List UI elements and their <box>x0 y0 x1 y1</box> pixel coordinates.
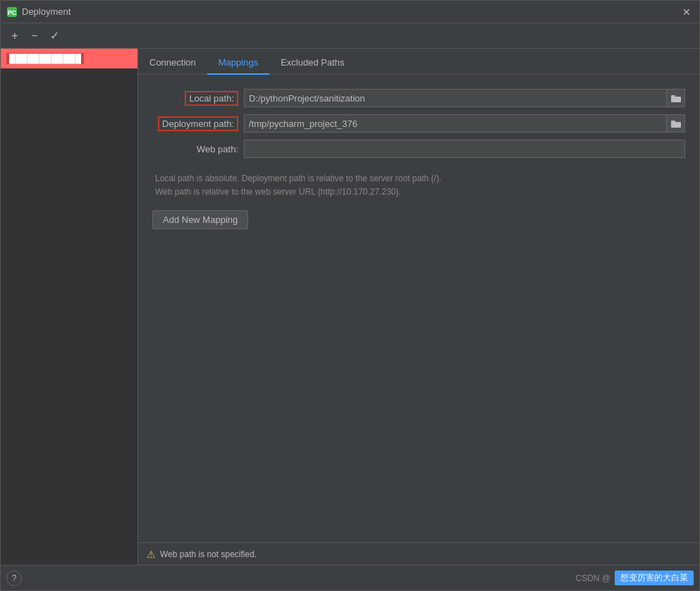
form-area: Local path: D <box>138 75 699 542</box>
hint-text: Local path is absolute. Deployment path … <box>152 172 685 199</box>
app-icon: PC <box>6 6 18 18</box>
web-path-input[interactable] <box>244 140 685 158</box>
hint-line-1: Local path is absolute. Deployment path … <box>155 172 685 185</box>
deployment-path-label-wrapper: Deployment path: <box>152 116 244 131</box>
svg-rect-3 <box>671 95 675 97</box>
hint-line-2: Web path is relative to the web server U… <box>155 185 685 199</box>
remove-server-button[interactable]: − <box>26 28 43 44</box>
close-button[interactable]: ✕ <box>680 5 694 19</box>
toolbar: + − ✓ <box>1 23 699 49</box>
watermark: CSDN @ 想变厉害的大白菜 <box>575 571 694 585</box>
watermark-csdn: CSDN @ <box>575 573 610 583</box>
svg-text:PC: PC <box>8 9 17 16</box>
web-path-label: Web path: <box>152 144 244 154</box>
local-path-input-wrapper <box>244 89 685 107</box>
deployment-path-input-wrapper <box>244 114 685 133</box>
deployment-path-row: Deployment path: <box>152 114 685 133</box>
tab-mappings[interactable]: Mappings <box>207 51 269 75</box>
tab-excluded-paths[interactable]: Excluded Paths <box>269 51 355 75</box>
server-item[interactable]: ████████████ <box>1 49 137 68</box>
deployment-path-input[interactable] <box>244 114 667 133</box>
svg-rect-2 <box>671 97 681 102</box>
status-bar: ⚠ Web path is not specified. <box>138 542 699 565</box>
content-area: Connection Mappings Excluded Paths Local… <box>138 49 699 565</box>
deployment-path-label: Deployment path: <box>158 116 238 131</box>
local-path-browse-button[interactable] <box>667 89 685 107</box>
local-path-label-wrapper: Local path: <box>152 91 244 106</box>
server-name: ████████████ <box>6 53 84 64</box>
window-title: Deployment <box>22 6 680 17</box>
title-bar: PC Deployment ✕ <box>1 1 699 23</box>
bottom-bar: ? CSDN @ 想变厉害的大白菜 <box>1 565 699 590</box>
warning-icon: ⚠ <box>147 549 156 560</box>
svg-rect-5 <box>671 121 675 123</box>
sidebar: ████████████ <box>1 49 138 565</box>
add-new-mapping-button[interactable]: Add New Mapping <box>152 210 248 229</box>
confirm-button[interactable]: ✓ <box>46 28 63 44</box>
local-path-label: Local path: <box>185 91 238 106</box>
local-path-input[interactable] <box>244 89 667 107</box>
author-badge: 想变厉害的大白菜 <box>615 571 694 585</box>
add-server-button[interactable]: + <box>6 28 23 44</box>
deployment-path-browse-button[interactable] <box>667 114 685 133</box>
svg-rect-4 <box>671 122 681 128</box>
help-button[interactable]: ? <box>6 571 22 586</box>
status-message: Web path is not specified. <box>160 549 257 559</box>
web-path-row: Web path: <box>152 140 685 158</box>
tab-connection[interactable]: Connection <box>138 51 207 75</box>
main-content: ████████████ Connection Mappings Exclude… <box>1 49 699 565</box>
tabs-bar: Connection Mappings Excluded Paths <box>138 49 699 75</box>
local-path-row: Local path: <box>152 89 685 107</box>
web-path-input-wrapper <box>244 140 685 158</box>
